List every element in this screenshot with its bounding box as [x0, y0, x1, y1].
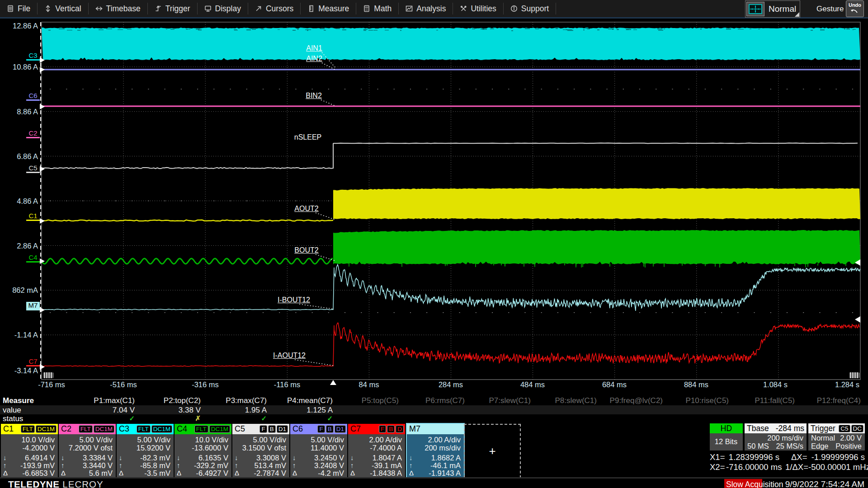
- measure-header-p2[interactable]: P2:top(C2): [137, 396, 201, 405]
- grid-corner-icon-left[interactable]: [43, 372, 53, 378]
- measure-value-p4: 1.125 A: [269, 406, 333, 415]
- cursor-x2-value: -716.00000 ms: [726, 462, 779, 472]
- measure-header-p8[interactable]: P8:slew(C1): [533, 396, 597, 405]
- measure-value-p2: 3.38 V: [137, 406, 201, 415]
- channel-marker-c7[interactable]: C7: [26, 358, 40, 366]
- channel-id: C4: [177, 424, 187, 434]
- waveform-display[interactable]: [0, 0, 868, 395]
- channel-marker-underline: [26, 59, 40, 61]
- trigger-panel[interactable]: Trigger C5 DC Normal 2.00 V Edge Positiv…: [808, 423, 865, 450]
- channel-badge: D1: [277, 425, 288, 433]
- channel-badge: DC1M: [209, 425, 230, 433]
- trigger-coupling-badge: DC: [851, 425, 864, 432]
- brand-logo: TELEDYNELECROY: [8, 479, 104, 488]
- measure-header-p3[interactable]: P3:max(C7): [203, 396, 267, 405]
- channel-header[interactable]: C4FLTDC1M: [175, 424, 231, 434]
- channel-badge: B: [268, 425, 276, 433]
- y-axis-label: 12.86 A: [1, 22, 38, 30]
- channel-badge: FLT: [21, 425, 35, 433]
- channel-box-c3[interactable]: C3FLTDC1M5.00 V/div15.9200 V↓-82.3 mV↑-8…: [117, 424, 174, 477]
- measure-status-ok-icon: ✓: [269, 414, 335, 422]
- measure-header-p9[interactable]: P9:freq@lv(C2): [599, 396, 663, 405]
- grid-corner-icon-right[interactable]: [849, 372, 859, 378]
- channel-header[interactable]: C5FBD1: [232, 424, 289, 434]
- channel-marker-underline: [26, 309, 40, 310]
- trigger-header: Trigger C5 DC: [808, 423, 865, 433]
- x-axis-label: -316 ms: [185, 380, 226, 389]
- hd-panel[interactable]: HD 12 Bits: [710, 423, 743, 450]
- timebase-header: Tbase -284 ms: [745, 423, 807, 433]
- measure-row-label: Measure: [3, 396, 34, 405]
- channel-scale: 10.0 V/div: [176, 436, 228, 444]
- channel-box-c2[interactable]: C2FLTDC1M5.00 V/div7.2000 V ofst↓3.3384 …: [59, 424, 116, 477]
- measure-header-p11[interactable]: P11:fall(C5): [731, 396, 795, 405]
- measure-header-p1[interactable]: P1:max(C1): [71, 396, 135, 405]
- channel-box-c5[interactable]: C5FBD15.00 V/div3.1500 V ofst↓3.3008 V↑5…: [232, 424, 289, 477]
- status-row-label: status: [3, 414, 23, 423]
- channel-marker-c2[interactable]: C2: [26, 130, 40, 138]
- trigger-row1: Normal 2.00 V: [811, 434, 862, 442]
- channel-header[interactable]: C2FLTDC1M: [59, 424, 116, 434]
- measure-status-ok-icon: ✓: [71, 414, 137, 422]
- trace-label-bin2: BIN2: [306, 92, 322, 100]
- channel-box-c7[interactable]: C7FBD2.00 A/div-7.4000 A↓1.8047 A↑-39.1 …: [348, 424, 405, 477]
- cursor-invdx-value: -500.00001 mHz: [808, 462, 865, 472]
- channel-badge: FLT: [79, 425, 93, 433]
- x-axis-label: 284 ms: [430, 380, 471, 389]
- y-axis-label: 8.86 A: [1, 108, 38, 116]
- channel-marker-c1[interactable]: C1: [26, 212, 40, 221]
- channel-marker-c6[interactable]: C6: [26, 92, 40, 101]
- x-axis-label: 884 ms: [676, 380, 717, 389]
- timebase-rate: 25 MS/s: [776, 442, 803, 450]
- measure-header-p4[interactable]: P4:mean(C7): [269, 396, 333, 405]
- channel-badge: D1: [335, 425, 346, 433]
- channel-id: C2: [61, 424, 71, 434]
- channel-badge: DC1M: [94, 425, 114, 433]
- y-axis-label: 10.86 A: [1, 63, 38, 71]
- channel-offset: -13.6000 V: [176, 444, 228, 452]
- channel-marker-underline: [26, 365, 40, 366]
- channel-marker-c3[interactable]: C3: [26, 52, 40, 61]
- channel-box-c1[interactable]: C1FLTDC1M10.0 V/div-4.2000 V↓6.4914 V↑-1…: [1, 424, 58, 477]
- measure-header-p6[interactable]: P6:rms(C7): [401, 396, 465, 405]
- channel-marker-m7[interactable]: M7: [26, 302, 40, 310]
- measure-header-p7[interactable]: P7:slew(C1): [467, 396, 531, 405]
- trace-label-nsleep: nSLEEP: [294, 133, 321, 141]
- channel-marker-c5[interactable]: C5: [26, 164, 40, 173]
- channel-box-c4[interactable]: C4FLTDC1M10.0 V/div-13.6000 V↓6.1635 V↑-…: [175, 424, 231, 477]
- channel-id: M7: [409, 424, 420, 434]
- channel-badge: F: [259, 425, 267, 433]
- brand-teledyne: TELEDYNE: [8, 479, 59, 488]
- channel-marker-label: C6: [28, 92, 37, 99]
- x-axis-label: 684 ms: [594, 380, 635, 389]
- channel-delta-value: -6.6853 V: [3, 469, 55, 478]
- measure-header-p10[interactable]: P10:rise(C5): [665, 396, 729, 405]
- channel-header[interactable]: C6FBD1: [290, 424, 347, 434]
- cursor-dx-label: ΔX=: [791, 452, 807, 462]
- channel-header[interactable]: C7FBD: [348, 424, 405, 434]
- trigger-slope: Positive: [835, 442, 862, 450]
- measure-header-p5[interactable]: P5:top(C5): [335, 396, 399, 405]
- cursor-x1-label: X1=: [710, 452, 725, 462]
- channel-offset: -7.4000 A: [350, 444, 402, 452]
- trace-label-i-bout12: I-BOUT12: [278, 296, 310, 304]
- channel-box-c6[interactable]: C6FBD15.00 V/div11.4000 V↓3.2450 V↑3.240…: [290, 424, 347, 477]
- add-trace-plus: +: [489, 444, 495, 458]
- channel-header[interactable]: C1FLTDC1M: [1, 424, 58, 434]
- channel-box-m7[interactable]: M72.00 A/div200 ms/div↓1.8682 A↑-46.1 mA…: [406, 423, 465, 478]
- channel-marker-underline: [26, 137, 40, 138]
- channel-header[interactable]: M7: [407, 424, 464, 434]
- channel-badge: FLT: [194, 425, 208, 433]
- trigger-mode: Normal: [811, 434, 835, 442]
- x-axis-label: 484 ms: [512, 380, 553, 389]
- timebase-panel[interactable]: Tbase -284 ms 200 ms/div 50 MS 25 MS/s: [745, 423, 807, 450]
- add-trace-box[interactable]: +: [464, 424, 521, 478]
- channel-badge: B: [326, 425, 334, 433]
- x-axis-label: 1.084 s: [755, 380, 796, 389]
- measure-header-p12[interactable]: P12:freq(C4): [797, 396, 861, 405]
- measure-status-pending-icon: ✗: [137, 414, 203, 422]
- channel-marker-c4[interactable]: C4: [26, 254, 40, 263]
- channel-marker-underline: [26, 261, 40, 263]
- channel-header[interactable]: C3FLTDC1M: [117, 424, 174, 434]
- channel-badge: B: [387, 425, 395, 433]
